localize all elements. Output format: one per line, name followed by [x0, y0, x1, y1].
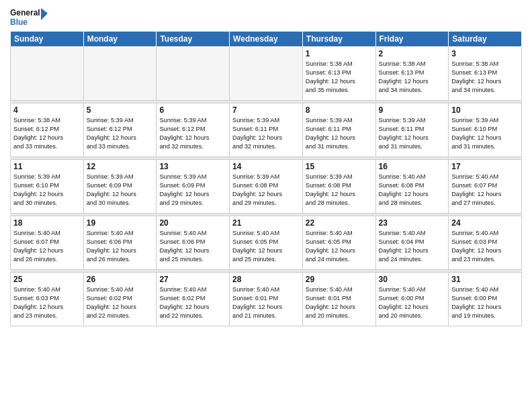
calendar-day-28: 28Sunrise: 5:40 AM Sunset: 6:01 PM Dayli…: [230, 273, 303, 326]
day-info: Sunrise: 5:38 AM Sunset: 6:13 PM Dayligh…: [451, 60, 519, 95]
day-number: 13: [159, 162, 226, 171]
weekday-header-sunday: Sunday: [11, 32, 84, 47]
day-info: Sunrise: 5:40 AM Sunset: 6:01 PM Dayligh…: [306, 285, 373, 320]
calendar-day-5: 5Sunrise: 5:39 AM Sunset: 6:12 PM Daylig…: [83, 103, 157, 157]
day-number: 28: [232, 275, 300, 284]
day-info: Sunrise: 5:40 AM Sunset: 6:03 PM Dayligh…: [13, 285, 81, 320]
day-info: Sunrise: 5:40 AM Sunset: 6:02 PM Dayligh…: [159, 285, 226, 320]
day-number: 24: [451, 218, 519, 228]
calendar-week-row: 11Sunrise: 5:39 AM Sunset: 6:10 PM Dayli…: [11, 160, 522, 214]
calendar-empty-cell: [157, 47, 230, 101]
day-info: Sunrise: 5:39 AM Sunset: 6:10 PM Dayligh…: [13, 173, 81, 208]
day-info: Sunrise: 5:39 AM Sunset: 6:08 PM Dayligh…: [232, 173, 300, 208]
day-number: 15: [306, 162, 373, 171]
calendar-week-row: 18Sunrise: 5:40 AM Sunset: 6:07 PM Dayli…: [11, 216, 522, 270]
calendar-day-27: 27Sunrise: 5:40 AM Sunset: 6:02 PM Dayli…: [157, 273, 230, 326]
day-number: 20: [159, 218, 226, 228]
day-number: 18: [13, 218, 81, 228]
day-info: Sunrise: 5:40 AM Sunset: 6:07 PM Dayligh…: [13, 229, 81, 264]
day-info: Sunrise: 5:40 AM Sunset: 6:06 PM Dayligh…: [87, 229, 154, 264]
calendar-day-25: 25Sunrise: 5:40 AM Sunset: 6:03 PM Dayli…: [11, 273, 84, 326]
day-info: Sunrise: 5:39 AM Sunset: 6:11 PM Dayligh…: [306, 116, 373, 151]
weekday-header-tuesday: Tuesday: [157, 32, 230, 47]
day-info: Sunrise: 5:40 AM Sunset: 6:02 PM Dayligh…: [87, 285, 154, 320]
calendar-empty-cell: [11, 47, 84, 101]
svg-text:Blue: Blue: [10, 17, 28, 27]
calendar-empty-cell: [83, 47, 157, 101]
weekday-header-saturday: Saturday: [449, 32, 522, 47]
calendar-day-13: 13Sunrise: 5:39 AM Sunset: 6:09 PM Dayli…: [157, 160, 230, 214]
day-info: Sunrise: 5:39 AM Sunset: 6:11 PM Dayligh…: [379, 116, 446, 151]
logo: GeneralBlue: [10, 7, 50, 27]
calendar-day-20: 20Sunrise: 5:40 AM Sunset: 6:06 PM Dayli…: [157, 216, 230, 270]
page: GeneralBlue SundayMondayTuesdayWednesday…: [0, 0, 532, 411]
calendar-day-1: 1Sunrise: 5:38 AM Sunset: 6:13 PM Daylig…: [302, 47, 375, 101]
day-info: Sunrise: 5:39 AM Sunset: 6:10 PM Dayligh…: [451, 116, 519, 151]
day-number: 4: [13, 105, 81, 115]
day-info: Sunrise: 5:39 AM Sunset: 6:09 PM Dayligh…: [87, 173, 154, 208]
day-info: Sunrise: 5:39 AM Sunset: 6:11 PM Dayligh…: [232, 116, 300, 151]
day-info: Sunrise: 5:40 AM Sunset: 6:01 PM Dayligh…: [232, 285, 300, 320]
day-number: 16: [379, 162, 446, 171]
calendar-day-4: 4Sunrise: 5:38 AM Sunset: 6:12 PM Daylig…: [11, 103, 84, 157]
calendar-day-14: 14Sunrise: 5:39 AM Sunset: 6:08 PM Dayli…: [230, 160, 303, 214]
calendar-day-31: 31Sunrise: 5:40 AM Sunset: 6:00 PM Dayli…: [449, 273, 522, 326]
day-info: Sunrise: 5:39 AM Sunset: 6:12 PM Dayligh…: [87, 116, 154, 151]
day-number: 21: [232, 218, 300, 228]
day-number: 12: [87, 162, 154, 171]
weekday-header-friday: Friday: [375, 32, 449, 47]
day-info: Sunrise: 5:40 AM Sunset: 6:00 PM Dayligh…: [379, 285, 446, 320]
calendar-week-row: 4Sunrise: 5:38 AM Sunset: 6:12 PM Daylig…: [11, 103, 522, 157]
day-number: 10: [451, 105, 519, 115]
day-info: Sunrise: 5:38 AM Sunset: 6:13 PM Dayligh…: [306, 60, 373, 95]
calendar-day-21: 21Sunrise: 5:40 AM Sunset: 6:05 PM Dayli…: [230, 216, 303, 270]
day-info: Sunrise: 5:39 AM Sunset: 6:09 PM Dayligh…: [159, 173, 226, 208]
day-info: Sunrise: 5:39 AM Sunset: 6:12 PM Dayligh…: [159, 116, 226, 151]
day-number: 3: [451, 49, 519, 58]
day-number: 1: [306, 49, 373, 58]
day-info: Sunrise: 5:39 AM Sunset: 6:08 PM Dayligh…: [306, 173, 373, 208]
day-info: Sunrise: 5:40 AM Sunset: 6:06 PM Dayligh…: [159, 229, 226, 264]
calendar-day-16: 16Sunrise: 5:40 AM Sunset: 6:08 PM Dayli…: [375, 160, 449, 214]
day-number: 14: [232, 162, 300, 171]
day-number: 25: [13, 275, 81, 284]
calendar-day-3: 3Sunrise: 5:38 AM Sunset: 6:13 PM Daylig…: [449, 47, 522, 101]
logo-icon: GeneralBlue: [10, 7, 50, 27]
day-number: 11: [13, 162, 81, 171]
calendar-day-18: 18Sunrise: 5:40 AM Sunset: 6:07 PM Dayli…: [11, 216, 84, 270]
svg-text:General: General: [10, 8, 40, 17]
weekday-header-monday: Monday: [83, 32, 157, 47]
weekday-header-row: SundayMondayTuesdayWednesdayThursdayFrid…: [11, 32, 522, 47]
day-info: Sunrise: 5:40 AM Sunset: 6:03 PM Dayligh…: [451, 229, 519, 264]
calendar-day-24: 24Sunrise: 5:40 AM Sunset: 6:03 PM Dayli…: [449, 216, 522, 270]
calendar-week-row: 25Sunrise: 5:40 AM Sunset: 6:03 PM Dayli…: [11, 273, 522, 326]
header: GeneralBlue: [10, 7, 522, 27]
day-info: Sunrise: 5:40 AM Sunset: 6:00 PM Dayligh…: [451, 285, 519, 320]
calendar-day-7: 7Sunrise: 5:39 AM Sunset: 6:11 PM Daylig…: [230, 103, 303, 157]
weekday-header-thursday: Thursday: [302, 32, 375, 47]
calendar-day-10: 10Sunrise: 5:39 AM Sunset: 6:10 PM Dayli…: [449, 103, 522, 157]
calendar-day-19: 19Sunrise: 5:40 AM Sunset: 6:06 PM Dayli…: [83, 216, 157, 270]
day-number: 31: [451, 275, 519, 284]
calendar-day-23: 23Sunrise: 5:40 AM Sunset: 6:04 PM Dayli…: [375, 216, 449, 270]
calendar-day-11: 11Sunrise: 5:39 AM Sunset: 6:10 PM Dayli…: [11, 160, 84, 214]
day-info: Sunrise: 5:40 AM Sunset: 6:05 PM Dayligh…: [232, 229, 300, 264]
day-number: 27: [159, 275, 226, 284]
day-number: 17: [451, 162, 519, 171]
calendar-day-17: 17Sunrise: 5:40 AM Sunset: 6:07 PM Dayli…: [449, 160, 522, 214]
calendar-empty-cell: [230, 47, 303, 101]
day-info: Sunrise: 5:38 AM Sunset: 6:12 PM Dayligh…: [13, 116, 81, 151]
day-number: 26: [87, 275, 154, 284]
day-number: 30: [379, 275, 446, 284]
day-number: 19: [87, 218, 154, 228]
svg-marker-2: [41, 8, 48, 20]
calendar-table: SundayMondayTuesdayWednesdayThursdayFrid…: [10, 31, 522, 326]
calendar-day-8: 8Sunrise: 5:39 AM Sunset: 6:11 PM Daylig…: [302, 103, 375, 157]
calendar-day-12: 12Sunrise: 5:39 AM Sunset: 6:09 PM Dayli…: [83, 160, 157, 214]
calendar-day-6: 6Sunrise: 5:39 AM Sunset: 6:12 PM Daylig…: [157, 103, 230, 157]
calendar-day-22: 22Sunrise: 5:40 AM Sunset: 6:05 PM Dayli…: [302, 216, 375, 270]
day-number: 6: [159, 105, 226, 115]
day-number: 9: [379, 105, 446, 115]
day-info: Sunrise: 5:40 AM Sunset: 6:08 PM Dayligh…: [379, 173, 446, 208]
day-number: 23: [379, 218, 446, 228]
